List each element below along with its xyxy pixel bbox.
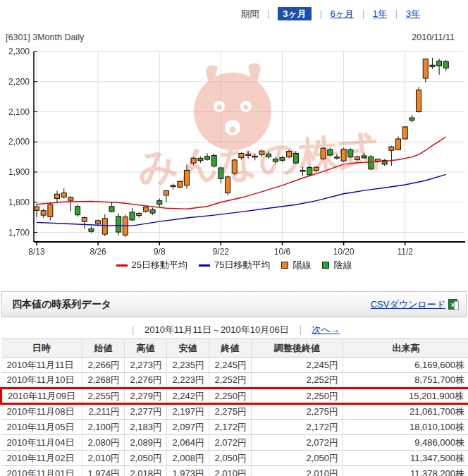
cell-value: 2,072円 [209,435,252,451]
cell-value: 2,050円 [252,451,343,466]
table-row: 2010年11月08日2,211円2,277円2,197円2,275円2,275… [1,404,468,420]
table-header-row: 日時始値高値安値終値調整後終値出来高 [1,339,468,358]
cell-date: 2010年11月11日 [1,358,82,373]
next-page-link[interactable]: 次へ→ [312,324,339,336]
legend-item: 75日移動平均 [199,259,270,271]
site-watermark: みんなの株式 [137,63,380,190]
svg-text:9/22: 9/22 [213,247,230,257]
period-separator: ｜ [316,8,326,19]
column-header-日時: 日時 [1,339,82,358]
svg-text:11/2: 11/2 [397,247,413,257]
cell-value: 2,172円 [209,420,252,435]
cell-value: 2,223円 [167,373,209,389]
cell-value: 1,973円 [167,466,209,476]
legend-item: 陽線 [281,259,311,271]
price-chart-svg: [6301] 3Month Daily 2010/11/11 みんなの株式 2,… [0,27,468,257]
cell-value: 2,275円 [252,404,343,420]
cell-value: 2,010円 [252,466,343,476]
pagination-separator-2: ｜ [296,324,305,336]
svg-text:2,100: 2,100 [8,107,30,117]
cell-value: 2,277円 [125,404,167,420]
cell-value: 1,974円 [82,466,125,476]
chart-date: 2010/11/11 [412,32,455,42]
period-selector: 期間 ｜3ヶ月｜6ヶ月｜1年｜3年 [241,6,421,22]
svg-text:2,300: 2,300 [8,47,30,56]
cell-value: 2,242円 [167,389,209,404]
cell-value: 2,252円 [209,373,252,389]
cell-value: 21,061,700株 [343,404,468,420]
svg-text:1,900: 1,900 [8,167,30,177]
cell-value: 11,347,500株 [343,451,468,466]
period-options: ｜3ヶ月｜6ヶ月｜1年｜3年 [259,8,421,20]
cell-value: 2,279円 [125,389,167,404]
pagination: ｜ 2010年11月11日～2010年10月06日 ｜ 次へ→ [0,323,468,337]
period-option-1年[interactable]: 1年 [373,8,387,19]
cell-value: 2,097円 [167,420,209,435]
legend-item: 陰線 [322,259,352,271]
svg-text:9/8: 9/8 [154,247,166,257]
legend-label: 陽線 [292,259,311,271]
price-history-table: 日時始値高値安値終値調整後終値出来高 2010年11月11日2,266円2,27… [0,338,468,476]
cell-value: 2,235円 [167,358,209,373]
pagination-range: 2010年11月11日～2010年10月06日 [144,324,289,336]
column-header-出来高: 出来高 [343,339,468,358]
cell-value: 2,276円 [125,373,167,389]
column-header-調整後終値: 調整後終値 [252,339,343,358]
cell-value: 2,268円 [82,373,125,389]
cell-date: 2010年11月02日 [1,451,82,466]
cell-value: 2,250円 [209,389,252,404]
cell-date: 2010年11月09日 [1,389,82,404]
legend-label: 25日移動平均 [132,259,187,271]
table-row: 2010年11月01日1,974円2,018円1,973円2,010円2,010… [1,466,468,476]
column-header-始値: 始値 [82,339,125,358]
legend-candle-swatch [281,262,288,269]
chart-legend: 25日移動平均75日移動平均陽線陰線 [0,258,468,272]
cell-value: 2,050円 [209,451,252,466]
cell-value: 8,751,700株 [343,373,468,389]
cell-value: 2,211円 [82,404,125,420]
cell-value: 18,010,100株 [343,420,468,435]
cell-value: 2,252円 [252,373,343,389]
table-row: 2010年11月05日2,100円2,183円2,097円2,172円2,172… [1,420,468,435]
period-separator: ｜ [264,8,273,19]
cell-value: 2,250円 [252,389,343,404]
svg-text:2,200: 2,200 [8,77,30,87]
csv-download[interactable]: CSVダウンロード x [371,298,457,311]
period-separator: ｜ [359,8,368,19]
svg-text:8/26: 8/26 [90,247,106,257]
cell-value: 2,010円 [82,451,125,466]
period-option-6ヶ月[interactable]: 6ヶ月 [331,8,355,19]
csv-download-link[interactable]: CSVダウンロード [371,298,445,311]
cell-value: 2,255円 [82,389,125,404]
cell-value: 2,018円 [125,466,167,476]
cell-value: 9,486,000株 [343,435,468,451]
period-option-3年[interactable]: 3年 [406,8,420,19]
table-section-title: 四本値の時系列データ [12,298,111,311]
period-label: 期間 [241,8,259,20]
cell-date: 2010年11月08日 [1,404,82,420]
cell-value: 2,245円 [252,358,343,373]
excel-icon[interactable]: x [448,299,457,310]
cell-value: 2,275円 [209,404,252,420]
cell-value: 2,197円 [167,404,209,420]
cell-value: 2,080円 [82,435,125,451]
cell-value: 2,008円 [167,451,209,466]
cell-value: 2,010円 [209,466,252,476]
cell-value: 6,169,600株 [343,358,468,373]
table-row-highlighted: 2010年11月09日2,255円2,279円2,242円2,250円2,250… [1,389,468,404]
svg-text:2,000: 2,000 [8,137,30,147]
column-header-高値: 高値 [125,339,167,358]
cell-value: 2,273円 [125,358,167,373]
svg-text:8/13: 8/13 [28,247,45,257]
svg-text:10/6: 10/6 [274,247,291,257]
cell-value: 15,201,900株 [343,389,468,404]
pagination-separator-1: ｜ [128,324,137,336]
column-header-終値: 終値 [209,339,252,358]
legend-item: 25日移動平均 [116,259,187,271]
table-section-header: 四本値の時系列データ CSVダウンロード x [1,291,467,317]
svg-text:1,800: 1,800 [8,197,30,207]
cell-value: 2,050円 [125,451,167,466]
period-option-3ヶ月[interactable]: 3ヶ月 [278,7,312,20]
cell-value: 2,183円 [125,420,167,435]
price-chart: [6301] 3Month Daily 2010/11/11 みんなの株式 2,… [0,27,468,257]
